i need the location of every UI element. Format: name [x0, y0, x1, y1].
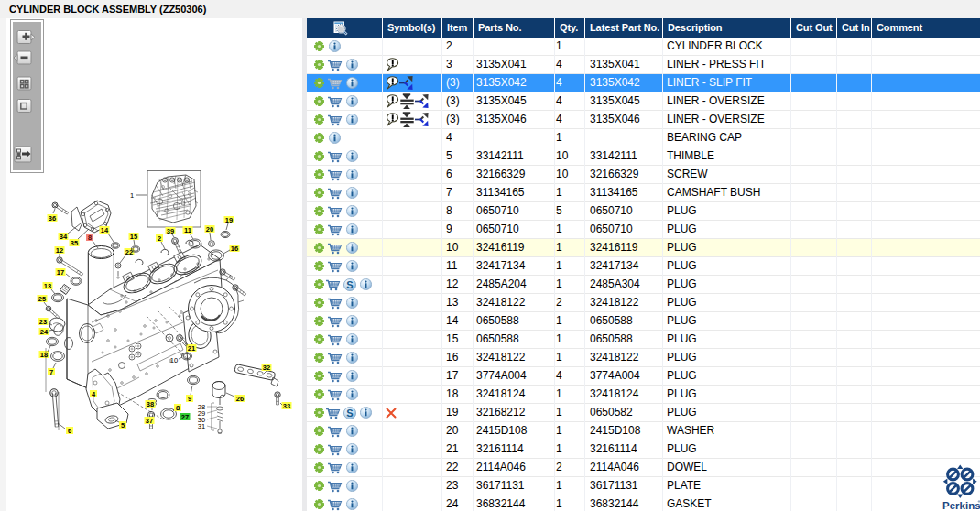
- svg-text:23: 23: [39, 318, 47, 326]
- svg-text:38: 38: [147, 400, 154, 408]
- svg-text:Perkins: Perkins: [942, 500, 980, 511]
- svg-text:13: 13: [44, 282, 51, 290]
- svg-text:19: 19: [225, 216, 233, 224]
- svg-text:5: 5: [121, 421, 125, 429]
- svg-text:16: 16: [231, 245, 238, 253]
- svg-text:8: 8: [88, 234, 92, 242]
- svg-text:8: 8: [176, 404, 180, 412]
- svg-text:1: 1: [130, 191, 134, 200]
- svg-text:39: 39: [167, 227, 174, 235]
- svg-text:37: 37: [146, 417, 153, 425]
- svg-text:18: 18: [40, 351, 48, 359]
- svg-text:15: 15: [130, 233, 137, 241]
- svg-text:7: 7: [49, 368, 53, 376]
- svg-text:6: 6: [68, 427, 71, 435]
- svg-text:26: 26: [236, 395, 244, 403]
- svg-text:34: 34: [60, 233, 68, 241]
- svg-text:27: 27: [181, 413, 189, 421]
- svg-text:20: 20: [206, 225, 213, 234]
- svg-text:25: 25: [38, 295, 46, 303]
- svg-text:14: 14: [101, 226, 109, 234]
- svg-text:9: 9: [188, 395, 191, 403]
- svg-text:36: 36: [49, 214, 56, 223]
- svg-text:24: 24: [40, 328, 49, 336]
- svg-text:12: 12: [56, 246, 63, 255]
- svg-text:2: 2: [158, 234, 161, 243]
- svg-text:31: 31: [198, 422, 205, 430]
- svg-text:10: 10: [170, 356, 178, 364]
- svg-text:33: 33: [283, 402, 290, 410]
- svg-text:21: 21: [188, 344, 195, 353]
- svg-text:32: 32: [263, 364, 270, 372]
- svg-text:17: 17: [57, 268, 64, 277]
- svg-text:35: 35: [71, 239, 78, 247]
- svg-text:22: 22: [125, 248, 133, 256]
- svg-text:11: 11: [184, 226, 191, 234]
